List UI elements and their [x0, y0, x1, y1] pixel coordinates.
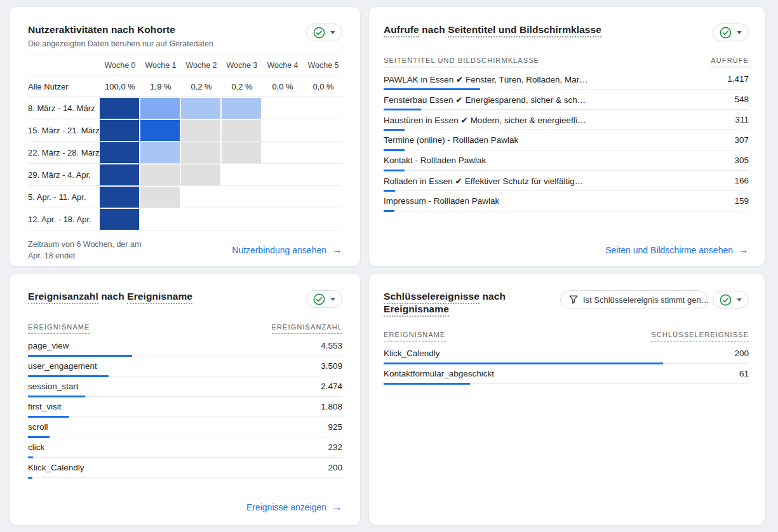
cohort-cells: [100, 164, 344, 185]
table-row: Impressum - Rollladen Pawlak 159: [384, 191, 749, 211]
table-row: user_engagement 3.509: [28, 356, 342, 376]
cohort-cell: [222, 164, 261, 185]
table-row: Klick_Calendly 200: [28, 458, 342, 478]
row-name: Kontakt - Rollladen Pawlak: [384, 156, 486, 165]
column-header-metric: AUFRUFE: [711, 57, 749, 67]
cohort-cell: [303, 120, 342, 141]
cohort-cell: [303, 98, 342, 119]
cohort-card-title-block: Nutzeraktivitäten nach Kohorte Die angez…: [28, 23, 213, 48]
cohort-row: 8. März - 14. März: [28, 97, 342, 119]
cohort-week-header-row: Woche 0Woche 1Woche 2Woche 3Woche 4Woche…: [28, 55, 342, 76]
chart-status-dropdown-button[interactable]: [713, 291, 749, 309]
cohort-cell: [262, 120, 302, 141]
row-value: 311: [727, 115, 749, 124]
view-user-retention-link[interactable]: Nutzerbindung ansehen →: [232, 245, 342, 255]
cohort-cell: [100, 98, 139, 119]
week-header-label: Woche 5: [303, 61, 344, 70]
cohort-cell: [303, 187, 342, 208]
cohort-date-range-label: 22. März - 28. März: [28, 148, 100, 157]
week-header-label: Woche 2: [181, 61, 222, 70]
row-value: 3.509: [313, 361, 342, 371]
cohort-cell: [181, 142, 220, 163]
cohort-cell: [262, 164, 302, 185]
week-header-label: Woche 3: [222, 61, 262, 70]
column-header-dimension: SEITENTITEL UND BILDSCHIRMKLASSE: [384, 57, 539, 67]
cohort-cells: [100, 120, 344, 141]
card-subtitle: Die angezeigten Daten beruhen nur auf Ge…: [28, 39, 213, 48]
cohort-cell: [262, 187, 302, 208]
chart-status-dropdown-button[interactable]: [306, 23, 342, 41]
row-name: session_start: [28, 382, 79, 391]
table-row: scroll 925: [28, 417, 342, 437]
event-count-card: Ereignisanzahl nach Ereignisname EREIGNI…: [9, 273, 361, 526]
cohort-row: 22. März - 28. März: [28, 142, 342, 164]
cohort-cell: [181, 98, 220, 119]
row-name: Klick_Calendly: [384, 349, 440, 358]
status-ok-check-circle-icon: [720, 27, 732, 39]
card-title: Schlüsselereignisse nach Ereignisname: [384, 290, 560, 316]
arrow-right-icon: →: [332, 502, 342, 512]
key-event-filter-chip[interactable]: Ist Schlüsselereignis stimmt gen…: [560, 290, 708, 309]
table-row: Kontaktformular_abgeschickt 61: [384, 364, 749, 384]
row-value: 925: [320, 422, 342, 432]
row-value: 61: [732, 369, 749, 378]
column-header-dimension: EREIGNISNAME: [384, 331, 446, 342]
status-ok-check-circle-icon: [313, 27, 325, 39]
cohort-cell: [262, 209, 302, 230]
row-value: 159: [727, 196, 749, 206]
cohort-table: Woche 0Woche 1Woche 2Woche 3Woche 4Woche…: [28, 55, 342, 230]
key-events-card: Schlüsselereignisse nach Ereignisname Is…: [368, 273, 765, 526]
cohort-date-range-label: 12. Apr. - 18. Apr.: [28, 215, 100, 224]
title-dimension: Seitentitel und Bildschirmklasse: [448, 24, 601, 37]
cohort-date-range-label: 29. März - 4. Apr.: [28, 170, 100, 180]
row-name: page_view: [28, 341, 69, 350]
table-row: PAWLAK in Essen ✔ Fenster, Türen, Rollad…: [384, 69, 749, 90]
table-row: click 232: [28, 437, 342, 458]
cohort-cell: [140, 209, 180, 230]
cohort-cell: [222, 98, 261, 119]
cohort-cells: [100, 187, 344, 208]
view-pages-screens-link[interactable]: Seiten und Bildschirme ansehen →: [605, 245, 749, 255]
view-events-link[interactable]: Ereignisse anzeigen →: [246, 502, 342, 512]
cohort-cells: [100, 142, 344, 163]
card-title: Aufrufe nach Seitentitel und Bildschirmk…: [384, 23, 601, 36]
filter-funnel-icon: [569, 295, 578, 304]
table-row: Rolladen in Essen ✔ Effektiver Schutz fü…: [384, 171, 749, 191]
cohort-cell: [222, 142, 261, 163]
title-dimension: Ereignisname: [127, 291, 192, 304]
row-value: 166: [727, 176, 749, 185]
row-value: 4.553: [313, 341, 342, 350]
cohort-cell: [181, 164, 220, 185]
row-value: 305: [727, 156, 749, 165]
row-name: Termine (online) - Rollladen Pawlak: [384, 135, 518, 145]
row-value-bar: [384, 210, 394, 212]
status-ok-check-circle-icon: [720, 294, 732, 306]
title-metric: Schlüsselereignisse: [384, 291, 480, 304]
cohort-cell: [140, 187, 180, 208]
card-title: Nutzeraktivitäten nach Kohorte: [28, 23, 213, 36]
table-row: Fensterbau Essen ✔ Energiesparend, siche…: [384, 90, 749, 110]
views-by-page-card: Aufrufe nach Seitentitel und Bildschirmk…: [368, 6, 765, 267]
all-users-percentage: 0,2 %: [222, 82, 262, 91]
analytics-dashboard: { "colors": { "accent_blue": "#1a73e8", …: [0, 0, 778, 532]
status-ok-check-circle-icon: [313, 293, 325, 305]
title-dimension: Ereignisname: [384, 303, 449, 317]
all-users-label: Alle Nutzer: [28, 82, 100, 91]
cohort-cell: [140, 164, 180, 185]
all-users-percentage: 0,0 %: [262, 82, 303, 91]
column-header-metric: SCHLÜSSELEREIGNISSE: [651, 331, 749, 342]
cohort-all-users-row: Alle Nutzer 100,0 %1,9 %0,2 %0,2 %0,0 %0…: [28, 76, 342, 97]
cohort-date-range-label: 5. Apr. - 11. Apr.: [28, 192, 100, 202]
cohort-date-range-label: 8. März - 14. März: [28, 103, 100, 113]
cohort-cells: [100, 209, 344, 230]
cohort-cell: [181, 209, 220, 230]
chart-status-dropdown-button[interactable]: [306, 290, 342, 308]
row-name: user_engagement: [28, 361, 97, 371]
row-value: 1.808: [313, 402, 342, 411]
title-metric: Ereignisanzahl: [28, 291, 98, 304]
all-users-percentage: 1,9 %: [140, 82, 181, 91]
cohort-cell: [303, 209, 342, 230]
row-value-bar: [28, 477, 32, 479]
all-users-percentage: 100,0 %: [100, 82, 140, 91]
chart-status-dropdown-button[interactable]: [713, 23, 749, 41]
